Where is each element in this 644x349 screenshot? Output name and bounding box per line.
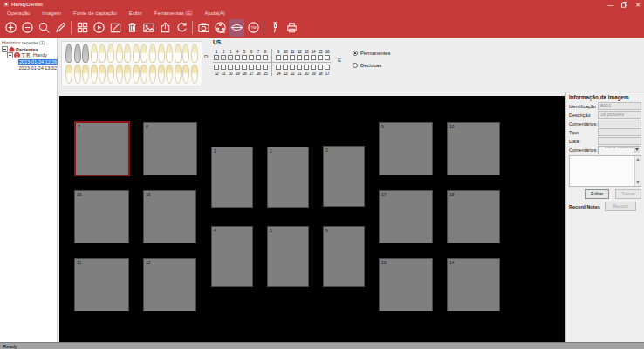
info-field-value-3[interactable]: [598, 128, 641, 136]
info-field-value-0[interactable]: 8001: [598, 102, 641, 110]
image-frame-3[interactable]: 3: [323, 146, 365, 207]
tooth-up-14[interactable]: [175, 44, 182, 63]
toolbar-button-export[interactable]: [157, 19, 173, 37]
tooth-up-8[interactable]: [124, 44, 131, 63]
image-frame-4[interactable]: 4: [211, 226, 253, 287]
toolbar-button-trademark[interactable]: TM: [245, 19, 261, 37]
tooth-checkbox-12[interactable]: [297, 55, 302, 60]
comments-textarea[interactable]: [569, 155, 641, 187]
toolbar-button-probe[interactable]: [267, 19, 283, 37]
tooth-up-11[interactable]: [149, 44, 156, 63]
tooth-checkbox-16[interactable]: [325, 55, 330, 60]
tooth-up-2[interactable]: [74, 44, 81, 63]
tooth-up-10[interactable]: [140, 44, 147, 63]
record-timestamp[interactable]: 2023-01-24 12:26: [18, 59, 58, 65]
close-button[interactable]: ✕: [635, 2, 641, 8]
radio-icon[interactable]: [353, 51, 358, 56]
edit-button[interactable]: Editar: [585, 189, 609, 199]
toolbar-button-edit[interactable]: [107, 19, 123, 37]
image-frame-18[interactable]: 18: [447, 190, 500, 243]
toolbar-button-print[interactable]: [284, 19, 299, 37]
menu-ferramentas[interactable]: Ferramentas (E): [154, 10, 193, 16]
toolbar-button-magnifier[interactable]: [36, 19, 51, 37]
tooth-checkbox-32[interactable]: [214, 65, 219, 70]
chevron-down-icon[interactable]: [634, 147, 640, 153]
image-frame-5[interactable]: 5: [267, 226, 309, 287]
tooth-low-3[interactable]: [82, 65, 89, 84]
tooth-up-6[interactable]: [107, 44, 114, 63]
save-button[interactable]: Salvar: [615, 189, 641, 199]
tooth-low-15[interactable]: [182, 65, 189, 84]
toolbar-button-refresh[interactable]: [174, 19, 189, 37]
minimize-button[interactable]: —: [607, 2, 613, 8]
tooth-checkbox-1[interactable]: [214, 55, 219, 60]
tree-expander-icon[interactable]: [7, 52, 13, 58]
tooth-checkbox-14[interactable]: [311, 55, 316, 60]
info-field-value-4[interactable]: [598, 137, 641, 145]
toolbar-button-scan[interactable]: [229, 19, 244, 37]
tooth-low-12[interactable]: [158, 65, 165, 84]
tooth-up-4[interactable]: [91, 44, 98, 63]
tooth-low-14[interactable]: [175, 65, 182, 84]
tooth-checkbox-5[interactable]: [242, 55, 247, 60]
tooth-checkbox-13[interactable]: [304, 55, 309, 60]
tooth-checkbox-7[interactable]: [256, 55, 261, 60]
tooth-checkbox-25[interactable]: [263, 65, 268, 70]
tooth-checkbox-20[interactable]: [304, 65, 309, 70]
tooth-checkbox-18[interactable]: [318, 65, 323, 70]
tooth-low-4[interactable]: [91, 65, 98, 84]
menu-exibir[interactable]: Exibir: [129, 10, 142, 16]
toolbar-button-play[interactable]: [91, 19, 106, 37]
tooth-checkbox-17[interactable]: [325, 65, 330, 70]
tooth-checkbox-22[interactable]: [290, 65, 295, 70]
tooth-checkbox-29[interactable]: [235, 65, 240, 70]
template-dropdown[interactable]: -- Insira Modelo --: [598, 146, 641, 154]
tree-node-pacientes[interactable]: Pacientes: [0, 46, 57, 52]
dentition-option-decíduas[interactable]: Decíduas: [353, 63, 390, 68]
tooth-checkbox-24[interactable]: [276, 65, 281, 70]
toolbar-button-zoom-in[interactable]: [3, 19, 18, 37]
tree-node-record[interactable]: 2023-01-24 13:32: [0, 65, 57, 71]
toolbar-button-zoom-out[interactable]: [19, 19, 35, 37]
image-frame-11[interactable]: 11: [74, 258, 129, 311]
tooth-checkbox-3[interactable]: [228, 55, 233, 60]
tooth-up-3[interactable]: [82, 44, 89, 63]
tooth-up-12[interactable]: [158, 44, 165, 63]
tooth-low-1[interactable]: [65, 65, 72, 84]
image-frame-10[interactable]: 10: [447, 122, 500, 175]
tooth-checkbox-19[interactable]: [311, 65, 316, 70]
image-frame-12[interactable]: 12: [143, 258, 196, 311]
image-frame-15[interactable]: 15: [74, 190, 129, 243]
tooth-low-2[interactable]: [74, 65, 81, 84]
image-frame-17[interactable]: 17: [379, 190, 433, 243]
menu-ajuda[interactable]: Ajuda(A): [204, 10, 224, 16]
tooth-checkbox-27[interactable]: [249, 65, 254, 70]
tooth-up-5[interactable]: [99, 44, 106, 63]
tooth-low-9[interactable]: [133, 65, 140, 84]
tooth-low-6[interactable]: [107, 65, 114, 84]
tooth-checkbox-28[interactable]: [242, 65, 247, 70]
tooth-up-7[interactable]: [116, 44, 123, 63]
menu-imagem[interactable]: Imagem: [42, 10, 61, 16]
tooth-up-13[interactable]: [166, 44, 173, 63]
info-field-value-2[interactable]: [598, 120, 641, 127]
tooth-checkbox-15[interactable]: [318, 55, 323, 60]
tooth-low-5[interactable]: [99, 65, 106, 84]
menu-fonte-de-captacao[interactable]: Fonte de captação: [73, 10, 117, 16]
record-timestamp[interactable]: 2023-01-24 13:32: [19, 65, 57, 71]
tooth-up-1[interactable]: [65, 44, 72, 63]
tooth-checkbox-11[interactable]: [290, 55, 295, 60]
tooth-up-16[interactable]: [191, 44, 198, 63]
menu-operacao[interactable]: Operação: [7, 10, 30, 16]
image-frame-7[interactable]: 7: [74, 121, 130, 176]
tooth-low-8[interactable]: [124, 65, 131, 84]
image-frame-9[interactable]: 9: [379, 122, 433, 175]
tooth-low-10[interactable]: [140, 65, 147, 84]
image-frame-14[interactable]: 14: [447, 258, 500, 311]
toolbar-button-grid[interactable]: [74, 19, 90, 37]
tree-expander-icon[interactable]: [2, 46, 8, 52]
tooth-checkbox-6[interactable]: [249, 55, 254, 60]
radio-icon[interactable]: [353, 63, 358, 68]
info-field-value-1[interactable]: 18 pictures: [598, 111, 641, 119]
tooth-checkbox-23[interactable]: [283, 65, 288, 70]
